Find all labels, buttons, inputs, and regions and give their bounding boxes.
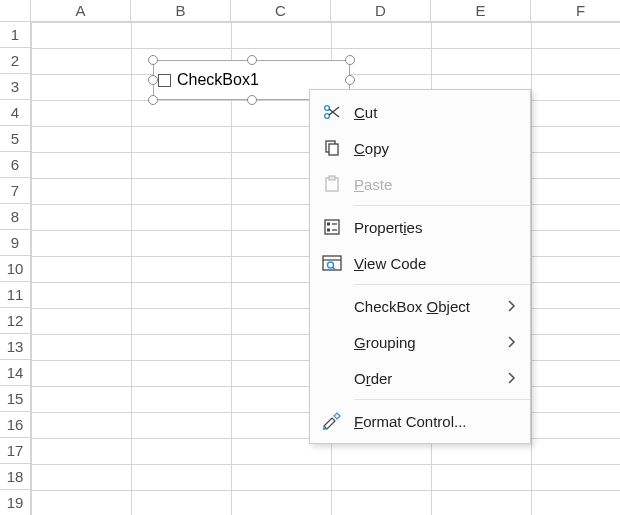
resize-handle[interactable] [247,95,257,105]
scissors-icon [310,103,354,121]
menu-checkbox-object[interactable]: CheckBox Object [310,288,530,324]
row-header[interactable]: 1 [0,22,31,48]
row-header[interactable]: 4 [0,100,31,126]
menu-label: Grouping [354,334,508,351]
svg-point-0 [325,114,330,119]
context-menu: Cut Copy Paste [309,89,531,444]
checkbox-caption: CheckBox1 [177,71,259,89]
copy-icon [310,139,354,157]
menu-separator [354,284,530,285]
menu-label: View Code [354,255,520,272]
row-header[interactable]: 16 [0,412,31,438]
svg-rect-10 [327,229,330,232]
menu-grouping[interactable]: Grouping [310,324,530,360]
svg-rect-9 [327,223,330,226]
menu-properties[interactable]: Properties [310,209,530,245]
menu-label: Order [354,370,508,387]
row-header[interactable]: 13 [0,334,31,360]
menu-label: CheckBox Object [354,298,508,315]
chevron-right-icon [508,300,520,312]
row-header[interactable]: 14 [0,360,31,386]
svg-rect-7 [329,176,335,180]
menu-separator [354,399,530,400]
properties-icon [310,218,354,236]
menu-separator [354,205,530,206]
resize-handle[interactable] [148,55,158,65]
col-header-b[interactable]: B [131,0,231,22]
menu-copy[interactable]: Copy [310,130,530,166]
menu-cut[interactable]: Cut [310,94,530,130]
col-header-a[interactable]: A [31,0,131,22]
chevron-right-icon [508,372,520,384]
menu-label: Paste [354,176,520,193]
menu-label: Format Control... [354,413,520,430]
menu-paste: Paste [310,166,530,202]
checkbox-icon [158,74,171,87]
row-header[interactable]: 11 [0,282,31,308]
row-header[interactable]: 3 [0,74,31,100]
resize-handle[interactable] [148,95,158,105]
row-header[interactable]: 19 [0,490,31,515]
row-header[interactable]: 2 [0,48,31,74]
svg-point-1 [325,106,330,111]
svg-rect-8 [325,220,339,234]
menu-view-code[interactable]: View Code [310,245,530,281]
chevron-right-icon [508,336,520,348]
row-header[interactable]: 8 [0,204,31,230]
menu-label: Copy [354,140,520,157]
svg-rect-5 [329,144,338,155]
row-header[interactable]: 6 [0,152,31,178]
menu-order[interactable]: Order [310,360,530,396]
menu-format-control[interactable]: Format Control... [310,403,530,439]
paste-icon [310,175,354,193]
col-header-e[interactable]: E [431,0,531,22]
row-header[interactable]: 15 [0,386,31,412]
menu-label: Properties [354,219,520,236]
col-header-c[interactable]: C [231,0,331,22]
row-header[interactable]: 10 [0,256,31,282]
resize-handle[interactable] [148,75,158,85]
format-control-icon [310,412,354,430]
select-all-corner[interactable] [0,0,31,22]
row-header[interactable]: 5 [0,126,31,152]
row-header[interactable]: 17 [0,438,31,464]
resize-handle[interactable] [247,55,257,65]
row-header[interactable]: 9 [0,230,31,256]
resize-handle[interactable] [345,55,355,65]
menu-label: Cut [354,104,520,121]
row-header[interactable]: 18 [0,464,31,490]
col-header-d[interactable]: D [331,0,431,22]
resize-handle[interactable] [345,75,355,85]
row-header[interactable]: 12 [0,308,31,334]
row-header[interactable]: 7 [0,178,31,204]
col-header-f[interactable]: F [531,0,620,22]
view-code-icon [310,254,354,272]
